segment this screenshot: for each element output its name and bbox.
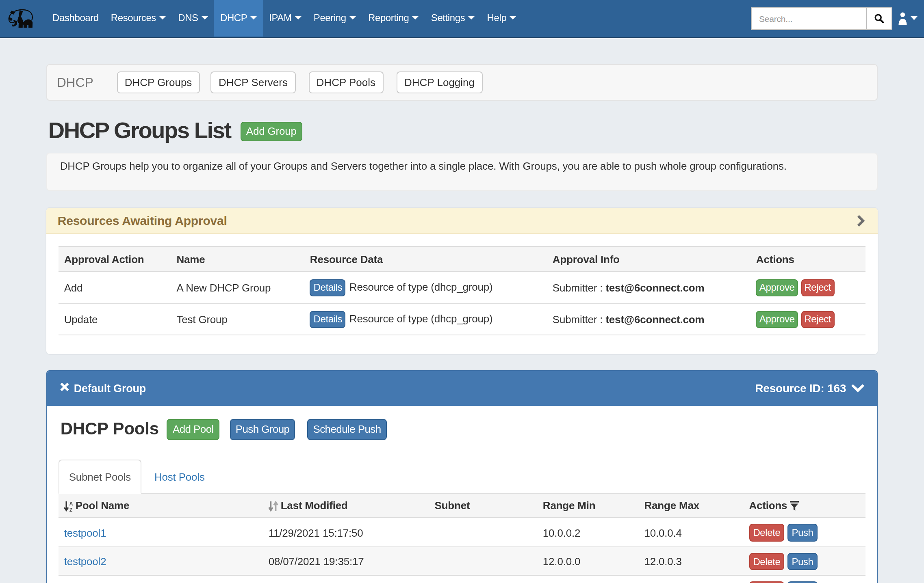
svg-text:A: A xyxy=(69,501,73,507)
svg-text:Z: Z xyxy=(69,507,72,512)
